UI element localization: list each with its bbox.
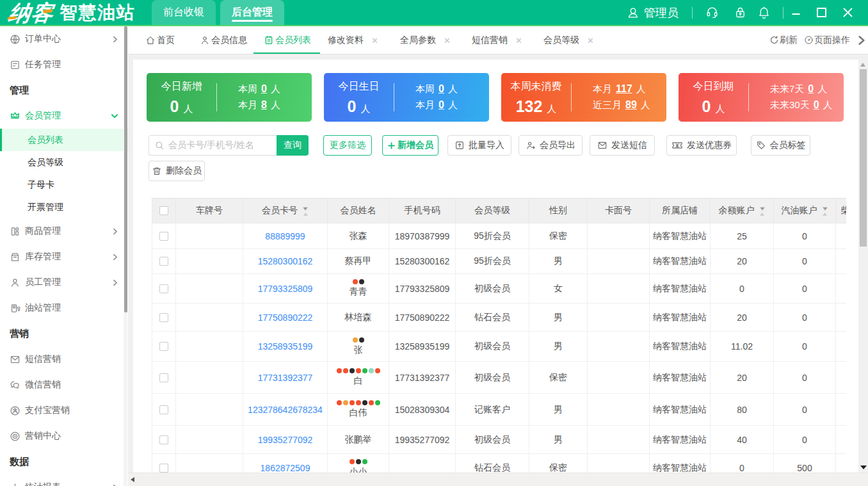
row-checkbox[interactable] — [159, 464, 168, 473]
sidebar-item[interactable]: 营销中心 — [0, 423, 128, 449]
sidebar-item[interactable]: 统计报表 — [0, 474, 128, 486]
sort-icon[interactable] — [759, 207, 766, 216]
cell-card[interactable]: 1862872509 — [243, 454, 328, 473]
row-checkbox[interactable] — [159, 435, 168, 444]
toolbar-button-label: 会员导出 — [540, 140, 575, 151]
user-menu[interactable]: 管理员 — [626, 5, 679, 20]
topnav-tab-1[interactable]: 后台管理 — [220, 0, 284, 25]
sidebar-subitem[interactable]: 会员等级 — [0, 151, 128, 174]
sidebar-item[interactable]: 微信营销 — [0, 372, 128, 398]
row-checkbox[interactable] — [159, 257, 168, 266]
cell-card[interactable]: 13258935199 — [243, 332, 328, 362]
tabbar-expand-icon[interactable] — [856, 35, 867, 45]
stat-card-right: 本周0人本月8人 — [217, 79, 312, 115]
page-tab-首页[interactable]: 首页 — [145, 26, 175, 54]
cell-diesel — [836, 426, 847, 454]
column-header-card[interactable]: 会员卡号 — [243, 198, 328, 223]
member-card-link[interactable]: 19935277092 — [258, 435, 313, 445]
row-checkbox[interactable] — [159, 232, 168, 241]
sidebar-item[interactable]: 支付宝营销 — [0, 398, 128, 423]
toolbar-button-发送优惠券[interactable]: 发送优惠券 — [666, 135, 737, 156]
member-card-link[interactable]: 17750890222 — [258, 312, 313, 323]
page-tab-短信营销[interactable]: 短信营销✕ — [472, 26, 522, 54]
search-input[interactable]: 会员卡号/手机号/姓名 — [149, 135, 277, 156]
row-checkbox[interactable] — [159, 405, 168, 414]
sidebar-item[interactable]: 会员管理 — [0, 103, 128, 129]
lock-icon[interactable] — [734, 6, 747, 19]
column-header-gas[interactable]: 汽油账户 — [774, 198, 836, 223]
cell-value: 女 — [554, 283, 563, 293]
toolbar-button-批量导入[interactable]: 批量导入 — [447, 135, 511, 156]
member-card-link[interactable]: 15280300162 — [258, 256, 313, 266]
app-logo: 纳客 智慧油站 — [0, 0, 152, 25]
column-header-balance[interactable]: 余额账户 — [711, 198, 774, 223]
cell-card[interactable]: 17731392377 — [243, 362, 328, 394]
row-checkbox[interactable] — [159, 284, 168, 293]
cell-card[interactable]: 123278642678234 — [243, 394, 328, 426]
refresh-button[interactable]: 刷新 — [769, 35, 798, 46]
cell-card[interactable]: 17793325809 — [243, 274, 328, 304]
row-checkbox[interactable] — [159, 373, 168, 382]
tab-close-icon[interactable]: ✕ — [444, 36, 451, 45]
tab-close-icon[interactable]: ✕ — [371, 36, 378, 45]
page-tab-会员信息[interactable]: 会员信息 — [200, 26, 247, 54]
sidebar-subitem[interactable]: 子母卡 — [0, 174, 128, 196]
sidebar-item[interactable]: 员工管理 — [0, 270, 128, 295]
window-minimize-button[interactable] — [792, 8, 800, 17]
sidebar-subitem[interactable]: 会员列表 — [0, 129, 128, 151]
delete-member-button[interactable]: 删除会员 — [149, 161, 205, 181]
sort-icon[interactable] — [302, 207, 309, 216]
bell-icon[interactable] — [757, 6, 771, 19]
tab-close-icon[interactable]: ✕ — [587, 36, 594, 45]
cell-card[interactable]: 17750890222 — [243, 304, 328, 332]
sidebar-item[interactable]: 订单中心 — [0, 26, 128, 52]
sidebar-subitem[interactable]: 开票管理 — [0, 196, 128, 218]
member-card-link[interactable]: 17793325809 — [258, 284, 313, 294]
cell-card[interactable]: 19935277092 — [243, 426, 328, 454]
scroll-left-arrow-icon[interactable] — [131, 477, 134, 482]
page-ops-button[interactable]: 页面操作 — [804, 35, 850, 46]
toolbar-button-会员标签[interactable]: 会员标签 — [751, 135, 810, 156]
horizontal-scrollbar[interactable] — [128, 473, 868, 486]
sidebar-item[interactable]: 任务管理 — [0, 52, 128, 77]
scroll-down-arrow-icon[interactable] — [860, 466, 867, 469]
cell-card[interactable]: 15280300162 — [243, 249, 328, 274]
column-header-level: 会员等级 — [456, 198, 529, 223]
headset-icon[interactable] — [705, 6, 719, 19]
search-button[interactable]: 查询 — [277, 135, 309, 156]
toolbar-button-发送短信[interactable]: 发送短信 — [590, 135, 655, 156]
more-filter-button[interactable]: 更多筛选 — [323, 135, 372, 156]
topnav-tab-0[interactable]: 前台收银 — [152, 0, 216, 25]
page-tab-会员等级[interactable]: 会员等级✕ — [543, 26, 594, 54]
row-checkbox[interactable] — [159, 342, 168, 351]
tag-dot — [362, 400, 367, 405]
member-card-link[interactable]: 88889999 — [265, 231, 305, 241]
cell-card[interactable]: 88889999 — [243, 223, 328, 249]
member-card-link[interactable]: 123278642678234 — [248, 405, 323, 415]
sidebar-item[interactable]: 油站管理 — [0, 295, 128, 321]
page-tab-修改资料[interactable]: 修改资料✕ — [328, 26, 378, 54]
window-maximize-button[interactable] — [817, 8, 826, 17]
tab-close-icon[interactable]: ✕ — [515, 36, 522, 45]
member-card-link[interactable]: 13258935199 — [258, 341, 313, 352]
sort-icon[interactable] — [822, 207, 828, 216]
member-card-link[interactable]: 1862872509 — [261, 463, 310, 473]
sidebar-item[interactable]: 库存管理 — [0, 244, 128, 270]
toolbar-button-会员导出[interactable]: 会员导出 — [518, 135, 583, 156]
select-all-header[interactable] — [152, 198, 176, 223]
window-close-button[interactable] — [843, 8, 853, 17]
scroll-up-arrow-icon[interactable] — [860, 63, 865, 67]
add-member-button[interactable]: 新增会员 — [382, 135, 438, 156]
vertical-scrollbar-thumb[interactable] — [860, 69, 867, 247]
select-all-checkbox[interactable] — [159, 206, 168, 215]
stat-card-title: 今日生日 — [324, 80, 394, 93]
page-tab-全局参数[interactable]: 全局参数✕ — [400, 26, 451, 54]
column-header-diesel[interactable]: 柴油账户 — [836, 198, 847, 223]
sidebar-item[interactable]: 短信营销 — [0, 346, 128, 372]
member-card-link[interactable]: 17731392377 — [258, 373, 313, 383]
sidebar-item[interactable]: 商品管理 — [0, 218, 128, 244]
row-checkbox[interactable] — [159, 313, 168, 322]
page-tab-会员列表[interactable]: 会员列表 — [264, 26, 311, 54]
vertical-scrollbar[interactable] — [858, 60, 868, 473]
cell-check — [152, 304, 176, 332]
